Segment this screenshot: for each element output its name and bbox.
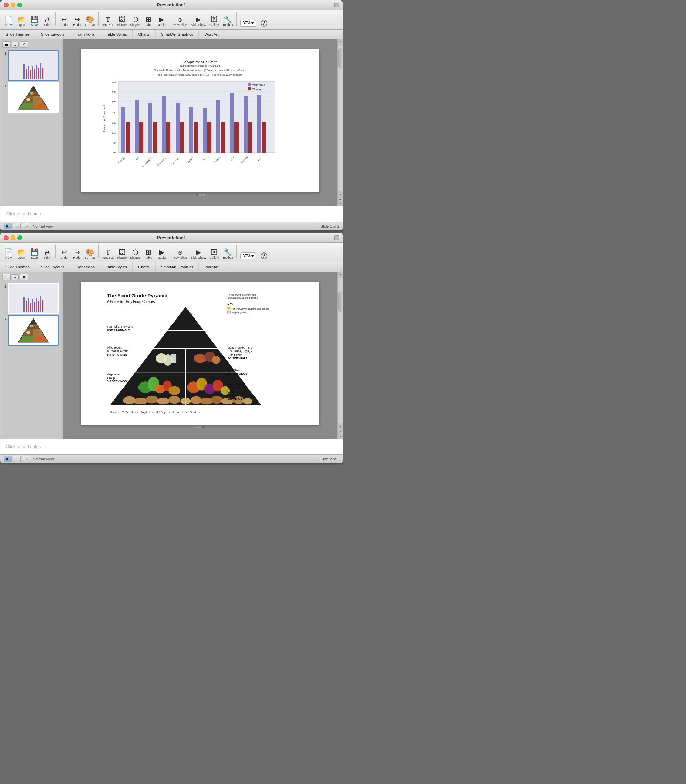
save-button-2[interactable]: 💾 Save (28, 248, 41, 260)
tab-table-styles-2[interactable]: Table Styles (100, 262, 133, 271)
shapes-button-2[interactable]: ⬡ Shapes (129, 248, 142, 260)
toolbox-button[interactable]: 🔧 Toolbox (221, 15, 234, 27)
zoom-button-2[interactable]: 37% ▾ (239, 252, 257, 260)
print-button-2[interactable]: 🖨 Print (41, 248, 54, 260)
slide-1-thumb[interactable] (8, 51, 59, 81)
notes-area-2[interactable]: Click to add notes (0, 439, 343, 454)
shapes-button[interactable]: ⬡ Shapes (129, 15, 142, 27)
close-panel-btn-1[interactable]: ✕ (20, 41, 28, 47)
scroll-up-1[interactable]: ▲ (338, 39, 342, 44)
maximize-button-1[interactable] (17, 3, 22, 8)
maximize-button-2[interactable] (17, 235, 22, 240)
scroll-down-mini-2[interactable]: ▼ (338, 434, 342, 439)
scrollbar-track-1[interactable] (338, 45, 343, 191)
gallery-button[interactable]: 🖼 Gallery (208, 15, 220, 27)
scroll-down-mini-1[interactable]: ▼ (338, 201, 342, 206)
redo-button-2[interactable]: ↪ Redo (71, 248, 83, 260)
scroll-down-2[interactable]: ▼ (338, 425, 342, 430)
play-view-btn-1[interactable]: ⊟ (22, 223, 30, 229)
new-button-2[interactable]: 📄 New (2, 248, 15, 260)
scrollbar-2: ▲ ▼ ▲ ▼ (337, 272, 343, 439)
svg-text:Bread, Cereal,: Bread, Cereal, (227, 383, 246, 387)
newslide-button[interactable]: ⊕ New Slide (172, 17, 189, 27)
scrollbar-thumb-2[interactable] (338, 291, 342, 312)
format-button[interactable]: 🎨 Format (84, 15, 96, 27)
slideshow-button-2[interactable]: ▶ Slide Show (189, 248, 207, 260)
scroll-up-mini-2[interactable]: ▲ (338, 430, 342, 434)
media-button[interactable]: ▶ Media (155, 15, 168, 27)
table-button[interactable]: ⊞ Table (142, 15, 155, 27)
zoom-button[interactable]: 37% ▾ (239, 19, 257, 27)
normal-view-btn-2[interactable]: ⊞ (4, 456, 11, 462)
slide-view-btn-2[interactable]: ☰ (2, 274, 11, 280)
scroll-up-mini-1[interactable]: ▲ (338, 197, 342, 201)
new-button[interactable]: 📄 New (2, 15, 15, 27)
gallery-button-2[interactable]: 🖼 Gallery (208, 248, 220, 260)
normal-view-btn-1[interactable]: ⊞ (4, 223, 11, 229)
toolbar-1: 📄 New 📂 Open 💾 Save 🖨 Print ↩ Undo ↪ Red… (0, 10, 343, 29)
help-button[interactable]: ? (258, 19, 270, 27)
scrollbar-thumb-1[interactable] (338, 48, 342, 69)
scrollbar-track-2[interactable] (338, 278, 343, 424)
tab-smartart-1[interactable]: SmartArt Graphics (155, 29, 199, 39)
bar-3 (28, 66, 29, 79)
resize-button-2[interactable] (335, 235, 339, 240)
textbox-button-2[interactable]: T Text Box (101, 249, 115, 260)
tab-charts-1[interactable]: Charts (133, 29, 155, 39)
tab-smartart-2[interactable]: SmartArt Graphics (155, 262, 199, 271)
tab-table-styles-1[interactable]: Table Styles (100, 29, 133, 39)
save-button[interactable]: 💾 Save (28, 15, 41, 27)
shapes-icon: ⬡ (132, 16, 138, 23)
play-view-btn-2[interactable]: ⊟ (22, 456, 30, 462)
media-button-2[interactable]: ▶ Media (155, 248, 168, 260)
close-panel-btn-2[interactable]: ✕ (20, 274, 28, 280)
slide-canvas-2[interactable]: The Food Guide Pyramid A Guide to Daily … (81, 282, 319, 425)
slide-2-thumb-2[interactable] (8, 315, 59, 346)
minimize-button-2[interactable] (11, 235, 15, 240)
tab-transitions-1[interactable]: Transitions (70, 29, 100, 39)
tab-wordart-2[interactable]: WordArt (199, 262, 224, 271)
format-button-2[interactable]: 🎨 Format (84, 248, 96, 260)
zoom-control[interactable]: 37% ▾ (240, 20, 256, 26)
print-button[interactable]: 🖨 Print (41, 15, 54, 27)
slide-2-thumb[interactable] (8, 82, 59, 113)
scroll-up-2[interactable]: ▲ (338, 272, 342, 276)
picture-button[interactable]: 🖼 Picture (116, 15, 128, 27)
zoom-control-2[interactable]: 37% ▾ (240, 253, 256, 259)
tab-slide-themes-1[interactable]: Slide Themes (0, 29, 35, 39)
close-button-1[interactable] (4, 3, 8, 8)
table-button-2[interactable]: ⊞ Table (142, 248, 155, 260)
svg-text:Diet Fiber: Diet Fiber (171, 156, 180, 165)
scroll-down-1[interactable]: ▼ (338, 192, 342, 197)
format-label-2: Format (85, 256, 95, 259)
tab-transitions-2[interactable]: Transitions (70, 262, 100, 271)
tab-charts-2[interactable]: Charts (133, 262, 155, 271)
help-button-2[interactable]: ? (258, 252, 270, 260)
redo-button[interactable]: ↪ Redo (71, 15, 83, 27)
resize-button-1[interactable] (335, 3, 339, 8)
undo-button-2[interactable]: ↩ Undo (58, 248, 70, 260)
tab-wordart-1[interactable]: WordArt (199, 29, 224, 39)
outline-view-btn-1[interactable]: ≡ (12, 41, 19, 47)
slide-canvas-1[interactable]: Sample for Sue Smith Nutrient Intake com… (81, 49, 319, 192)
close-button-2[interactable] (4, 235, 8, 240)
newslide-button-2[interactable]: ⊕ New Slide (172, 250, 189, 260)
textbox-button[interactable]: T Text Box (101, 16, 115, 27)
grid-view-btn-1[interactable]: ⊡ (13, 223, 21, 229)
outline-view-btn-2[interactable]: ≡ (12, 274, 19, 280)
tab-slide-layouts-2[interactable]: Slide Layouts (35, 262, 70, 271)
open-button[interactable]: 📂 Open (15, 15, 28, 27)
tab-slide-themes-2[interactable]: Slide Themes (0, 262, 35, 271)
undo-button[interactable]: ↩ Undo (58, 15, 70, 27)
toolbox-button-2[interactable]: 🔧 Toolbox (221, 248, 234, 260)
minimize-button-1[interactable] (11, 3, 15, 8)
open-button-2[interactable]: 📂 Open (15, 248, 28, 260)
slide-1-thumb-2[interactable] (8, 283, 59, 314)
tab-slide-layouts-1[interactable]: Slide Layouts (35, 29, 70, 39)
picture-button-2[interactable]: 🖼 Picture (116, 248, 128, 260)
slide-view-btn-1[interactable]: ☰ (2, 41, 11, 47)
grid-view-btn-2[interactable]: ⊡ (13, 456, 21, 462)
print-icon-2: 🖨 (44, 249, 51, 256)
notes-area-1[interactable]: Click to add notes (0, 206, 343, 222)
slideshow-button[interactable]: ▶ Slide Show (189, 15, 207, 27)
